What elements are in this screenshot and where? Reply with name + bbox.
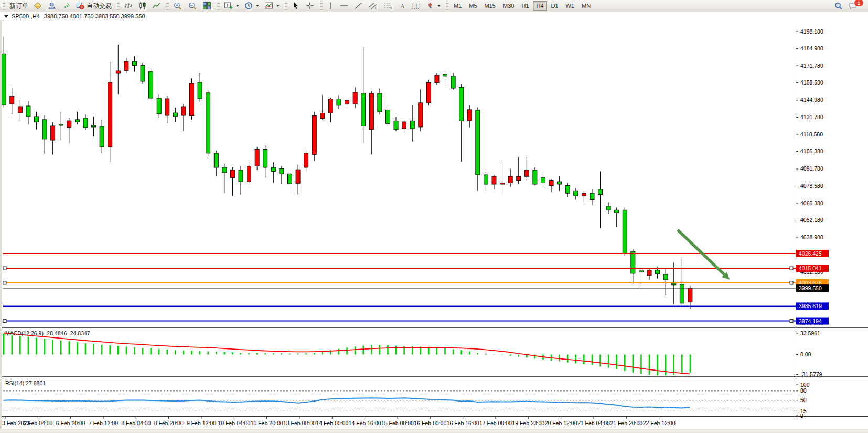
trend-arrow[interactable] [678,230,730,280]
channel-icon[interactable]: E [366,1,381,12]
candle-up [304,153,308,167]
autotrade-button[interactable]: 自动交易 [73,1,114,12]
line-handle[interactable] [3,267,6,270]
time-tick-label: 15 Feb 08:00 [381,420,414,426]
new-order-button[interactable]: 新订单 [7,1,31,12]
profile-icon[interactable] [45,1,59,12]
timeframe-h4[interactable]: H4 [533,1,546,11]
candle-up [181,107,186,115]
candle-down [149,72,153,98]
rsi-tick-label: 50 [800,397,807,403]
search-icon[interactable] [831,1,846,12]
time-tick-label: 6 Feb 04:00 [23,420,52,426]
macd-pane: 33.59610.00-31.5779 [4,330,822,378]
timeframe-m30[interactable]: M30 [500,1,517,11]
level-lines-layer [3,254,796,323]
indicators-button[interactable] [262,1,282,12]
rsi-pane: 1008050150 [3,382,810,419]
line-handle[interactable] [790,267,793,270]
candle-down [484,175,488,184]
price-tick-label: 4118.580 [800,131,823,138]
line-chart-icon[interactable] [149,1,164,12]
timeframe-m5[interactable]: M5 [466,1,480,11]
candle-down [378,93,382,112]
zoom-in-icon[interactable] [170,1,185,12]
package-icon[interactable] [31,1,45,12]
text-label-icon[interactable]: T [409,1,424,12]
new-order-label: 新订单 [9,2,28,10]
toolbar-grip [2,2,5,10]
timeframe-h1[interactable]: H1 [518,1,532,11]
candle-up [688,288,692,302]
horizontal-line-icon[interactable] [337,1,351,12]
candle-down [288,174,292,184]
candle-down [615,210,619,213]
time-tick-label: 8 Feb 20:00 [154,420,184,426]
line-handle[interactable] [790,320,793,323]
rsi-tick-label: 80 [800,387,807,394]
timeframe-d1[interactable]: D1 [548,1,562,11]
chart-canvas[interactable]: 4198.1804184.9804171.7804158.5804144.980… [0,0,868,433]
candlestick-chart-icon[interactable] [135,1,149,12]
line-handle[interactable] [3,320,6,323]
svg-text:E: E [375,6,378,10]
crosshair-icon[interactable] [303,1,317,12]
price-badge: 3985.619 [796,302,829,310]
signals-icon[interactable] [59,1,73,12]
collapse-chart-icon[interactable] [4,15,8,18]
zoom-out-icon[interactable] [185,1,200,12]
autotrade-label: 自动交易 [87,2,112,10]
candle-down [337,99,341,105]
cursor-icon[interactable] [289,1,303,12]
candle-down [590,193,594,199]
time-tick-label: 21 Feb 20:00 [610,420,642,426]
price-tick-label: 4198.180 [800,28,823,35]
candle-up [426,82,431,102]
svg-text:4026.425: 4026.425 [799,250,822,257]
line-handle[interactable] [3,281,6,284]
time-tick-label: 20 Feb 12:00 [545,420,577,426]
rsi-line [4,398,690,408]
vertical-line-icon[interactable] [324,1,337,12]
candle-up [328,99,333,113]
time-tick-label: 16 Feb 00:00 [414,420,446,426]
rsi-value: 27.8801 [26,380,46,386]
candle-up [353,92,357,104]
text-icon[interactable]: A [396,1,409,12]
arrows-shapes-icon[interactable] [424,1,443,12]
candle-up [508,176,512,183]
window-left-edge [0,12,2,429]
candle-down [631,251,635,273]
chart-title-bar: SP500-,H4 3988.750 4001.750 3983.550 399… [0,12,868,20]
timeframe-mn[interactable]: MN [578,1,594,11]
macd-values: -28.4846 -24.8347 [45,330,90,336]
macd-name: MACD(12,26,9) [5,330,44,336]
price-badge: 4026.425 [796,250,829,257]
bar-chart-icon[interactable] [121,1,135,12]
candle-down [75,120,79,122]
svg-text:F: F [391,6,393,10]
time-tick-label: 14 Feb 16:00 [349,420,381,426]
notifications-icon[interactable]: 1 [846,1,861,12]
candle-up [549,181,553,186]
time-axis: 3 Feb 20236 Feb 04:006 Feb 20:007 Feb 12… [2,416,676,426]
price-badge: 3974.194 [796,318,829,325]
timeframe-m15[interactable]: M15 [481,1,499,11]
time-tick-label: 16 Feb 16:00 [447,420,479,426]
timeframe-m1[interactable]: M1 [451,1,465,11]
candle-up [255,150,259,166]
candle-up [296,170,300,183]
line-handle[interactable] [790,281,793,284]
candle-down [2,54,6,105]
price-tick-label: 4038.980 [800,234,823,240]
timeframe-w1[interactable]: W1 [563,1,578,11]
candle-down [639,271,643,272]
tile-windows-icon[interactable] [200,1,215,12]
time-tick-label: 9 Feb 12:00 [187,420,216,426]
chart-ohlc-values: 3988.750 4001.750 3983.550 3999.550 [44,13,145,19]
period-clock-button[interactable] [242,1,262,12]
trendline-icon[interactable] [351,1,366,12]
fibonacci-icon[interactable]: F [381,1,396,12]
new-chart-button[interactable] [221,1,242,12]
macd-tick-label: 33.5961 [800,330,820,336]
